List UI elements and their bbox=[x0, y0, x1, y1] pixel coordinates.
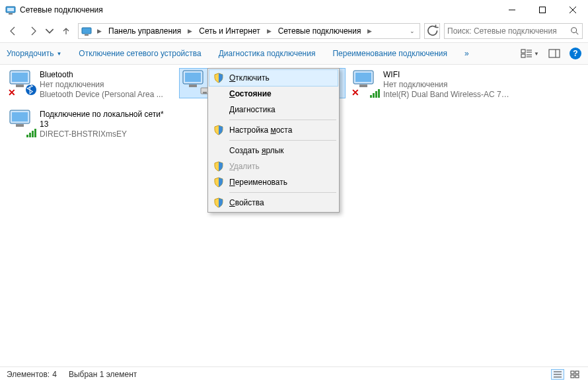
network-adapter-icon: ✕ bbox=[351, 70, 379, 96]
menu-separator bbox=[229, 192, 336, 193]
maximize-button[interactable] bbox=[527, 0, 558, 20]
search-icon bbox=[570, 26, 579, 36]
chevron-right-icon[interactable]: ▶ bbox=[94, 28, 104, 34]
help-button[interactable]: ? bbox=[570, 48, 581, 59]
menu-item[interactable]: Диагностика bbox=[209, 102, 338, 118]
view-options-button[interactable]: ▼ bbox=[521, 49, 539, 58]
svg-rect-38 bbox=[575, 371, 579, 374]
connection-item[interactable]: Подключение по локальной сети* 13 DIRECT… bbox=[7, 108, 172, 141]
location-icon bbox=[81, 26, 92, 36]
menu-item[interactable]: Свойства bbox=[209, 195, 338, 211]
connection-status: Нет подключения bbox=[40, 80, 163, 90]
connection-device: Bluetooth Device (Personal Area ... bbox=[40, 90, 163, 100]
network-adapter-icon bbox=[8, 110, 36, 136]
svg-rect-1 bbox=[7, 8, 14, 11]
wifi-signal-icon bbox=[26, 128, 37, 137]
app-icon bbox=[5, 5, 16, 15]
close-button[interactable] bbox=[558, 0, 588, 20]
connection-status: Нет подключения bbox=[383, 80, 512, 90]
shield-icon bbox=[213, 197, 224, 208]
bluetooth-icon bbox=[25, 84, 37, 98]
svg-rect-30 bbox=[359, 85, 367, 87]
svg-rect-2 bbox=[9, 13, 13, 15]
address-bar[interactable]: ▶ Панель управления ▶ Сеть и Интернет ▶ … bbox=[78, 23, 420, 39]
up-button[interactable] bbox=[58, 23, 74, 39]
disconnected-icon: ✕ bbox=[8, 88, 16, 96]
status-count-value: 4 bbox=[52, 370, 57, 379]
svg-rect-39 bbox=[571, 375, 574, 378]
chevron-right-icon[interactable]: ▶ bbox=[365, 28, 375, 34]
refresh-button[interactable] bbox=[424, 23, 440, 39]
svg-line-10 bbox=[576, 32, 579, 35]
preview-pane-button[interactable] bbox=[548, 49, 560, 58]
overflow-button[interactable]: » bbox=[464, 49, 469, 58]
svg-rect-24 bbox=[185, 73, 201, 82]
minimize-button[interactable] bbox=[497, 0, 527, 20]
menu-item[interactable]: Состояние bbox=[209, 86, 338, 102]
connection-name: Подключение по локальной сети* 13 bbox=[40, 110, 168, 129]
svg-rect-33 bbox=[16, 124, 24, 127]
menu-item-label: Состояние bbox=[229, 89, 272, 98]
wifi-signal-icon bbox=[370, 88, 381, 98]
connection-status: DIRECT-BHSTRIXmsEY bbox=[40, 129, 168, 139]
address-dropdown-icon[interactable]: ⌄ bbox=[406, 28, 418, 34]
status-selection: Выбран 1 элемент bbox=[69, 370, 137, 379]
connection-name: Bluetooth bbox=[40, 70, 163, 80]
chevron-right-icon[interactable]: ▶ bbox=[185, 28, 195, 34]
search-placeholder: Поиск: Сетевые подключения bbox=[447, 26, 570, 36]
search-input[interactable]: Поиск: Сетевые подключения bbox=[444, 23, 583, 39]
chevron-right-icon[interactable]: ▶ bbox=[264, 28, 274, 34]
back-button[interactable] bbox=[5, 23, 21, 39]
menu-item[interactable]: Создать ярлык bbox=[209, 143, 338, 158]
menu-item[interactable]: Настройка моста bbox=[209, 122, 338, 138]
recent-locations-button[interactable] bbox=[45, 23, 54, 39]
menu-item-label: Отключить bbox=[229, 73, 270, 83]
svg-rect-29 bbox=[355, 73, 371, 82]
connection-item[interactable]: ✕ WIFI Нет подключения Intel(R) Dual Ban… bbox=[350, 69, 515, 101]
menu-item-label: Удалить bbox=[229, 162, 260, 171]
menu-item-label: Настройка моста bbox=[229, 125, 292, 135]
disable-device-button[interactable]: Отключение сетевого устройства bbox=[79, 49, 201, 58]
menu-item[interactable]: Переименовать bbox=[209, 174, 338, 190]
svg-rect-32 bbox=[12, 112, 28, 121]
rename-button[interactable]: Переименование подключения bbox=[332, 49, 447, 58]
connection-device: Intel(R) Dual Band Wireless-AC 72... bbox=[383, 90, 512, 100]
svg-point-22 bbox=[26, 85, 36, 95]
svg-rect-7 bbox=[82, 28, 91, 34]
svg-rect-4 bbox=[540, 7, 546, 13]
command-bar: Упорядочить▼ Отключение сетевого устройс… bbox=[0, 42, 588, 65]
title-bar: Сетевые подключения bbox=[0, 0, 588, 20]
menu-item-label: Свойства bbox=[229, 198, 264, 207]
menu-item: Удалить bbox=[209, 158, 338, 174]
shield-icon bbox=[213, 73, 224, 83]
connection-item[interactable]: ✕ Bluetooth Нет подключения Bluetooth De… bbox=[7, 69, 172, 101]
shield-icon bbox=[213, 161, 224, 172]
menu-item-label: Переименовать bbox=[229, 178, 287, 187]
status-count-label: Элементов: bbox=[7, 370, 50, 379]
diagnose-button[interactable]: Диагностика подключения bbox=[219, 49, 316, 58]
navigation-row: ▶ Панель управления ▶ Сеть и Интернет ▶ … bbox=[0, 20, 588, 42]
svg-rect-25 bbox=[189, 85, 197, 87]
chevron-down-icon: ▼ bbox=[534, 51, 539, 57]
menu-separator bbox=[229, 120, 336, 120]
menu-item[interactable]: Отключить bbox=[209, 70, 338, 86]
connection-name: WIFI bbox=[383, 70, 512, 80]
window-title: Сетевые подключения bbox=[20, 5, 103, 15]
status-bar: Элементов: 4 Выбран 1 элемент bbox=[0, 366, 588, 381]
details-view-button[interactable] bbox=[551, 369, 564, 380]
network-adapter-icon bbox=[181, 70, 209, 96]
svg-rect-27 bbox=[203, 92, 207, 94]
svg-rect-37 bbox=[571, 371, 574, 374]
breadcrumb-item[interactable]: Сетевые подключения bbox=[276, 26, 364, 36]
breadcrumb-item[interactable]: Сеть и Интернет bbox=[196, 26, 262, 36]
svg-rect-17 bbox=[549, 50, 560, 57]
svg-rect-40 bbox=[575, 375, 579, 378]
organize-button[interactable]: Упорядочить▼ bbox=[7, 49, 61, 58]
disconnected-icon: ✕ bbox=[351, 88, 359, 96]
forward-button[interactable] bbox=[25, 23, 41, 39]
large-icons-view-button[interactable] bbox=[568, 369, 581, 380]
breadcrumb-item[interactable]: Панель управления bbox=[106, 26, 184, 36]
svg-point-9 bbox=[571, 28, 577, 33]
shield-icon bbox=[213, 177, 224, 188]
svg-rect-8 bbox=[85, 34, 89, 36]
